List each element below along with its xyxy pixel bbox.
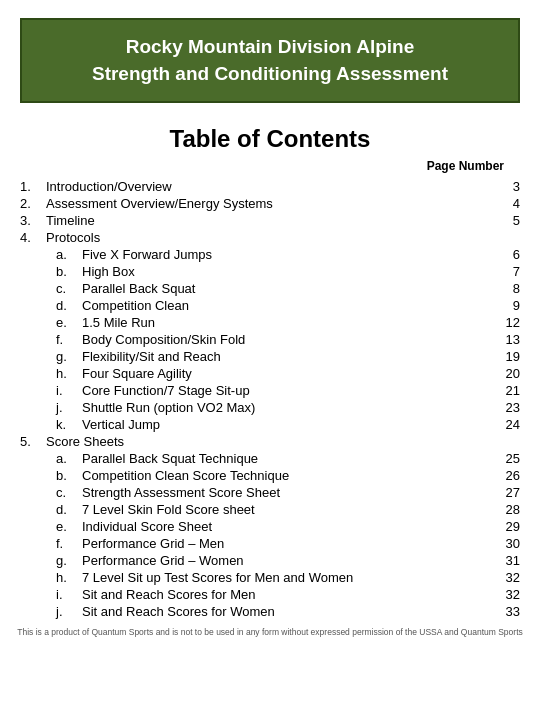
toc-item-page: 8 (484, 281, 520, 296)
toc-row: 2.Assessment Overview/Energy Systems4 (20, 196, 520, 211)
toc-item-text: Core Function/7 Stage Sit-up (82, 383, 484, 398)
toc-row: h.Four Square Agility20 (20, 366, 520, 381)
toc-row: j.Sit and Reach Scores for Women33 (20, 604, 520, 619)
toc-row: i.Sit and Reach Scores for Men32 (20, 587, 520, 602)
toc-row: a.Five X Forward Jumps6 (20, 247, 520, 262)
toc-row: d.Competition Clean9 (20, 298, 520, 313)
toc-item-letter: g. (56, 553, 82, 568)
footer-note: This is a product of Quantum Sports and … (0, 627, 540, 643)
toc-item-letter: j. (56, 400, 82, 415)
toc-item-letter: b. (56, 264, 82, 279)
toc-item-text: Performance Grid – Men (82, 536, 484, 551)
toc-item-text: Performance Grid – Women (82, 553, 484, 568)
toc-item-text: Protocols (46, 230, 484, 245)
toc-row: 3.Timeline5 (20, 213, 520, 228)
toc-item-page: 9 (484, 298, 520, 313)
toc-item-text: Sit and Reach Scores for Men (82, 587, 484, 602)
toc-row: c.Parallel Back Squat8 (20, 281, 520, 296)
toc-item-letter: c. (56, 281, 82, 296)
toc-row: d.7 Level Skin Fold Score sheet28 (20, 502, 520, 517)
toc-item-page: 31 (484, 553, 520, 568)
toc-item-letter: b. (56, 468, 82, 483)
toc-row: e.1.5 Mile Run12 (20, 315, 520, 330)
toc-item-text: Sit and Reach Scores for Women (82, 604, 484, 619)
toc-row: i.Core Function/7 Stage Sit-up21 (20, 383, 520, 398)
toc-item-page: 5 (484, 213, 520, 228)
toc-item-text: Five X Forward Jumps (82, 247, 484, 262)
toc-item-letter: i. (56, 383, 82, 398)
toc-item-letter: a. (56, 451, 82, 466)
toc-row: e.Individual Score Sheet29 (20, 519, 520, 534)
toc-item-letter: j. (56, 604, 82, 619)
toc-item-page: 24 (484, 417, 520, 432)
toc-item-page: 28 (484, 502, 520, 517)
toc-item-letter: e. (56, 315, 82, 330)
toc-item-text: Parallel Back Squat (82, 281, 484, 296)
toc-row: f.Body Composition/Skin Fold13 (20, 332, 520, 347)
toc-item-text: Shuttle Run (option VO2 Max) (82, 400, 484, 415)
toc-item-letter: c. (56, 485, 82, 500)
toc-item-page: 7 (484, 264, 520, 279)
toc-item-page: 25 (484, 451, 520, 466)
toc-row: 4.Protocols (20, 230, 520, 245)
toc-item-page: 30 (484, 536, 520, 551)
toc-item-text: Introduction/Overview (46, 179, 484, 194)
toc-item-number: 1. (20, 179, 46, 194)
toc-item-page: 33 (484, 604, 520, 619)
header-title: Rocky Mountain Division Alpine Strength … (42, 34, 498, 87)
toc-item-text: 1.5 Mile Run (82, 315, 484, 330)
toc-item-text: Competition Clean Score Technique (82, 468, 484, 483)
toc-item-text: 7 Level Sit up Test Scores for Men and W… (82, 570, 484, 585)
toc-row: g.Flexibility/Sit and Reach19 (20, 349, 520, 364)
toc-item-letter: e. (56, 519, 82, 534)
toc-item-text: Timeline (46, 213, 484, 228)
header-banner: Rocky Mountain Division Alpine Strength … (20, 18, 520, 103)
toc-item-text: Individual Score Sheet (82, 519, 484, 534)
toc-item-page: 13 (484, 332, 520, 347)
toc-item-page: 6 (484, 247, 520, 262)
toc-item-page: 29 (484, 519, 520, 534)
toc-row: k.Vertical Jump24 (20, 417, 520, 432)
toc-row: b.High Box7 (20, 264, 520, 279)
toc-item-number: 2. (20, 196, 46, 211)
toc-item-letter: k. (56, 417, 82, 432)
toc-item-letter: a. (56, 247, 82, 262)
toc-item-letter: d. (56, 502, 82, 517)
toc-item-page: 21 (484, 383, 520, 398)
page-number-label: Page Number (0, 159, 540, 173)
toc-item-text: Vertical Jump (82, 417, 484, 432)
toc-item-page: 4 (484, 196, 520, 211)
toc-row: f.Performance Grid – Men30 (20, 536, 520, 551)
toc-item-page: 19 (484, 349, 520, 364)
toc-item-text: Parallel Back Squat Technique (82, 451, 484, 466)
toc-row: 5.Score Sheets (20, 434, 520, 449)
toc-item-text: Flexibility/Sit and Reach (82, 349, 484, 364)
toc-item-text: Body Composition/Skin Fold (82, 332, 484, 347)
toc-item-number: 5. (20, 434, 46, 449)
toc-title: Table of Contents (0, 125, 540, 153)
toc-item-text: Assessment Overview/Energy Systems (46, 196, 484, 211)
toc-item-text: Competition Clean (82, 298, 484, 313)
toc-item-page: 27 (484, 485, 520, 500)
toc-body: 1.Introduction/Overview32.Assessment Ove… (0, 179, 540, 619)
toc-item-page: 32 (484, 570, 520, 585)
toc-item-text: 7 Level Skin Fold Score sheet (82, 502, 484, 517)
toc-item-text: High Box (82, 264, 484, 279)
toc-row: a.Parallel Back Squat Technique25 (20, 451, 520, 466)
toc-row: j.Shuttle Run (option VO2 Max)23 (20, 400, 520, 415)
toc-item-text: Score Sheets (46, 434, 484, 449)
toc-item-page: 12 (484, 315, 520, 330)
toc-item-letter: d. (56, 298, 82, 313)
toc-item-text: Strength Assessment Score Sheet (82, 485, 484, 500)
toc-item-text: Four Square Agility (82, 366, 484, 381)
toc-item-letter: i. (56, 587, 82, 602)
toc-row: g.Performance Grid – Women31 (20, 553, 520, 568)
toc-item-letter: h. (56, 366, 82, 381)
toc-item-letter: f. (56, 536, 82, 551)
toc-row: 1.Introduction/Overview3 (20, 179, 520, 194)
toc-item-number: 3. (20, 213, 46, 228)
toc-item-letter: f. (56, 332, 82, 347)
toc-item-page: 20 (484, 366, 520, 381)
toc-item-page: 26 (484, 468, 520, 483)
toc-row: c.Strength Assessment Score Sheet27 (20, 485, 520, 500)
